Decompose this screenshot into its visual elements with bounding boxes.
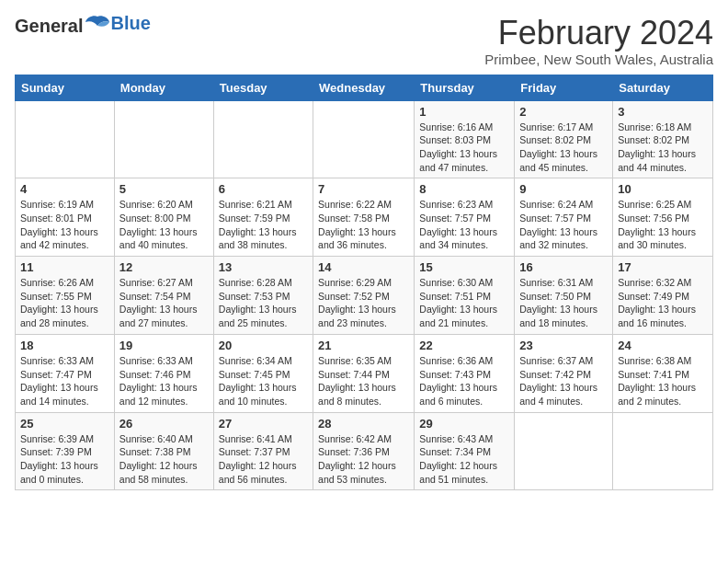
calendar-cell: 8Sunrise: 6:23 AMSunset: 7:57 PMDaylight… bbox=[415, 178, 515, 257]
day-number: 22 bbox=[419, 339, 509, 352]
calendar-cell bbox=[613, 412, 713, 490]
week-row-4: 18Sunrise: 6:33 AMSunset: 7:47 PMDayligh… bbox=[16, 334, 713, 412]
day-info: Sunrise: 6:33 AMSunset: 7:47 PMDaylight:… bbox=[20, 354, 109, 408]
day-info: Sunrise: 6:25 AMSunset: 7:56 PMDaylight:… bbox=[618, 198, 708, 252]
day-info: Sunrise: 6:37 AMSunset: 7:42 PMDaylight:… bbox=[519, 354, 608, 408]
calendar-cell: 25Sunrise: 6:39 AMSunset: 7:39 PMDayligh… bbox=[16, 412, 115, 490]
day-number: 29 bbox=[419, 417, 509, 431]
calendar-cell: 14Sunrise: 6:29 AMSunset: 7:52 PMDayligh… bbox=[313, 257, 415, 335]
day-info: Sunrise: 6:23 AMSunset: 7:57 PMDaylight:… bbox=[419, 198, 509, 252]
day-number: 16 bbox=[519, 260, 608, 274]
day-number: 24 bbox=[618, 339, 708, 352]
header: General Blue February 2024 Primbee, New … bbox=[15, 15, 713, 67]
day-info: Sunrise: 6:35 AMSunset: 7:44 PMDaylight:… bbox=[318, 354, 409, 408]
calendar-cell: 11Sunrise: 6:26 AMSunset: 7:55 PMDayligh… bbox=[16, 257, 115, 335]
day-info: Sunrise: 6:40 AMSunset: 7:38 PMDaylight:… bbox=[119, 432, 209, 487]
calendar-cell: 10Sunrise: 6:25 AMSunset: 7:56 PMDayligh… bbox=[613, 178, 713, 257]
day-number: 10 bbox=[618, 182, 708, 196]
calendar-title: February 2024 bbox=[484, 15, 713, 52]
logo: General Blue bbox=[15, 15, 151, 37]
day-number: 28 bbox=[318, 417, 409, 431]
weekday-header-wednesday: Wednesday bbox=[313, 75, 415, 100]
calendar-cell: 12Sunrise: 6:27 AMSunset: 7:54 PMDayligh… bbox=[114, 257, 213, 335]
calendar-cell bbox=[114, 100, 213, 178]
calendar-cell: 23Sunrise: 6:37 AMSunset: 7:42 PMDayligh… bbox=[515, 334, 613, 412]
weekday-header-saturday: Saturday bbox=[613, 75, 713, 100]
day-info: Sunrise: 6:16 AMSunset: 8:03 PMDaylight:… bbox=[419, 121, 509, 175]
calendar-cell: 24Sunrise: 6:38 AMSunset: 7:41 PMDayligh… bbox=[613, 334, 713, 412]
calendar-cell: 15Sunrise: 6:30 AMSunset: 7:51 PMDayligh… bbox=[415, 257, 515, 335]
calendar-cell: 6Sunrise: 6:21 AMSunset: 7:59 PMDaylight… bbox=[213, 178, 313, 257]
calendar-cell: 7Sunrise: 6:22 AMSunset: 7:58 PMDaylight… bbox=[313, 178, 415, 257]
calendar-cell: 9Sunrise: 6:24 AMSunset: 7:57 PMDaylight… bbox=[515, 178, 613, 257]
logo-general: General bbox=[15, 16, 83, 37]
day-number: 12 bbox=[119, 260, 209, 274]
calendar-cell bbox=[515, 412, 613, 490]
day-info: Sunrise: 6:36 AMSunset: 7:43 PMDaylight:… bbox=[419, 354, 509, 408]
calendar-cell: 27Sunrise: 6:41 AMSunset: 7:37 PMDayligh… bbox=[213, 412, 313, 490]
day-info: Sunrise: 6:33 AMSunset: 7:46 PMDaylight:… bbox=[119, 354, 209, 408]
calendar-cell: 28Sunrise: 6:42 AMSunset: 7:36 PMDayligh… bbox=[313, 412, 415, 490]
day-info: Sunrise: 6:21 AMSunset: 7:59 PMDaylight:… bbox=[219, 198, 308, 252]
day-number: 6 bbox=[219, 182, 308, 196]
calendar-cell: 19Sunrise: 6:33 AMSunset: 7:46 PMDayligh… bbox=[114, 334, 213, 412]
day-info: Sunrise: 6:29 AMSunset: 7:52 PMDaylight:… bbox=[318, 276, 409, 330]
calendar-cell: 5Sunrise: 6:20 AMSunset: 8:00 PMDaylight… bbox=[114, 178, 213, 257]
calendar-cell: 2Sunrise: 6:17 AMSunset: 8:02 PMDaylight… bbox=[515, 100, 613, 178]
day-number: 9 bbox=[519, 182, 608, 196]
day-number: 5 bbox=[119, 182, 209, 196]
day-number: 8 bbox=[419, 182, 509, 196]
day-info: Sunrise: 6:32 AMSunset: 7:49 PMDaylight:… bbox=[618, 276, 708, 330]
day-number: 25 bbox=[20, 417, 109, 431]
weekday-header-monday: Monday bbox=[114, 75, 213, 100]
title-block: February 2024 Primbee, New South Wales, … bbox=[484, 15, 713, 67]
calendar-cell bbox=[213, 100, 313, 178]
calendar-cell: 1Sunrise: 6:16 AMSunset: 8:03 PMDaylight… bbox=[415, 100, 515, 178]
day-number: 17 bbox=[618, 260, 708, 274]
day-info: Sunrise: 6:24 AMSunset: 7:57 PMDaylight:… bbox=[519, 198, 608, 252]
calendar-cell: 20Sunrise: 6:34 AMSunset: 7:45 PMDayligh… bbox=[213, 334, 313, 412]
day-info: Sunrise: 6:43 AMSunset: 7:34 PMDaylight:… bbox=[419, 432, 509, 487]
calendar-cell: 29Sunrise: 6:43 AMSunset: 7:34 PMDayligh… bbox=[415, 412, 515, 490]
calendar-cell: 21Sunrise: 6:35 AMSunset: 7:44 PMDayligh… bbox=[313, 334, 415, 412]
calendar-cell bbox=[313, 100, 415, 178]
day-info: Sunrise: 6:30 AMSunset: 7:51 PMDaylight:… bbox=[419, 276, 509, 330]
day-number: 2 bbox=[519, 105, 608, 119]
calendar-cell: 13Sunrise: 6:28 AMSunset: 7:53 PMDayligh… bbox=[213, 257, 313, 335]
calendar-cell: 22Sunrise: 6:36 AMSunset: 7:43 PMDayligh… bbox=[415, 334, 515, 412]
day-number: 3 bbox=[618, 105, 708, 119]
day-number: 14 bbox=[318, 260, 409, 274]
day-info: Sunrise: 6:17 AMSunset: 8:02 PMDaylight:… bbox=[519, 121, 608, 175]
day-number: 13 bbox=[219, 260, 308, 274]
week-row-2: 4Sunrise: 6:19 AMSunset: 8:01 PMDaylight… bbox=[16, 178, 713, 257]
day-info: Sunrise: 6:27 AMSunset: 7:54 PMDaylight:… bbox=[119, 276, 209, 330]
day-number: 27 bbox=[219, 417, 308, 431]
weekday-header-row: SundayMondayTuesdayWednesdayThursdayFrid… bbox=[16, 75, 713, 100]
weekday-header-thursday: Thursday bbox=[415, 75, 515, 100]
day-info: Sunrise: 6:18 AMSunset: 8:02 PMDaylight:… bbox=[618, 121, 708, 175]
day-info: Sunrise: 6:31 AMSunset: 7:50 PMDaylight:… bbox=[519, 276, 608, 330]
calendar-cell: 3Sunrise: 6:18 AMSunset: 8:02 PMDaylight… bbox=[613, 100, 713, 178]
weekday-header-tuesday: Tuesday bbox=[213, 75, 313, 100]
logo-blue: Blue bbox=[110, 13, 150, 34]
day-info: Sunrise: 6:42 AMSunset: 7:36 PMDaylight:… bbox=[318, 432, 409, 487]
calendar-cell: 16Sunrise: 6:31 AMSunset: 7:50 PMDayligh… bbox=[515, 257, 613, 335]
day-number: 7 bbox=[318, 182, 409, 196]
calendar-subtitle: Primbee, New South Wales, Australia bbox=[484, 52, 713, 67]
weekday-header-sunday: Sunday bbox=[16, 75, 115, 100]
week-row-5: 25Sunrise: 6:39 AMSunset: 7:39 PMDayligh… bbox=[16, 412, 713, 490]
day-info: Sunrise: 6:28 AMSunset: 7:53 PMDaylight:… bbox=[219, 276, 308, 330]
day-info: Sunrise: 6:34 AMSunset: 7:45 PMDaylight:… bbox=[219, 354, 308, 408]
day-number: 15 bbox=[419, 260, 509, 274]
calendar-cell: 26Sunrise: 6:40 AMSunset: 7:38 PMDayligh… bbox=[114, 412, 213, 490]
logo-bird-icon bbox=[85, 15, 110, 37]
day-number: 18 bbox=[20, 339, 109, 352]
day-number: 19 bbox=[119, 339, 209, 352]
day-number: 1 bbox=[419, 105, 509, 119]
day-info: Sunrise: 6:38 AMSunset: 7:41 PMDaylight:… bbox=[618, 354, 708, 408]
calendar-cell: 18Sunrise: 6:33 AMSunset: 7:47 PMDayligh… bbox=[16, 334, 115, 412]
day-number: 20 bbox=[219, 339, 308, 352]
day-info: Sunrise: 6:22 AMSunset: 7:58 PMDaylight:… bbox=[318, 198, 409, 252]
calendar-cell bbox=[16, 100, 115, 178]
day-number: 4 bbox=[20, 182, 109, 196]
